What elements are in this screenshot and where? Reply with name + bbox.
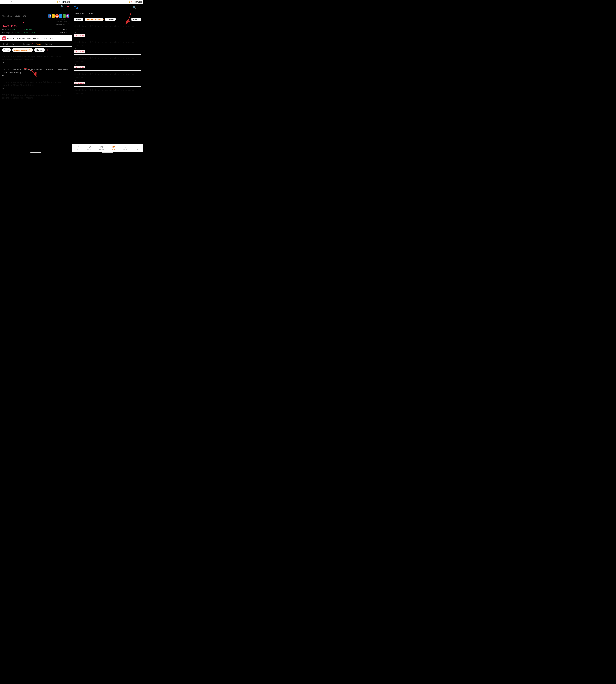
overnight-info-icon[interactable]: ⓘ	[11, 32, 13, 34]
r-news-title-2: Meta Platforms | 4: Statement of changes…	[74, 41, 141, 46]
nav-me[interactable]: ☺ Me	[132, 145, 144, 150]
post-market-row: Post-Mkt 869.700 +11.960 +1.39% 19:59 ET…	[2, 27, 69, 31]
news-title-2: NVIDIA | 4: Statement of changes in bene…	[2, 68, 70, 74]
r-news-item-2[interactable]: Meta Platforms | 4: Statement of changes…	[74, 39, 141, 55]
icon-chart: 📊	[66, 15, 69, 18]
top-tab-latest[interactable]: Latest	[87, 11, 94, 16]
icon-alarm: ⏰	[56, 15, 59, 18]
tab-comments[interactable]: Comments	[20, 41, 34, 46]
news-ticker-banner[interactable]: 📰 Nvidia Shares Rise Premarket After Fri…	[0, 35, 72, 41]
accounts-nav-label: Accounts	[99, 149, 105, 150]
right-status-bar: HD 4G 5G 692 B/s 🔔 ⏰ ✱ 📳 77 11:32	[72, 0, 144, 4]
overnight-price: 870.300	[14, 32, 20, 34]
r-news-badge-1: META -4.42%	[74, 34, 85, 37]
right-header: 🐾 News 🔍 ✉	[72, 4, 144, 11]
news-item-1[interactable]: NVIDIA | 4: Statement of Changes in Bene…	[2, 53, 70, 66]
flag-us: 🇺🇸	[48, 15, 51, 18]
sub-tab-announcements[interactable]: Announcements ▼	[12, 48, 33, 52]
overnight-label: Overnight	[2, 32, 10, 34]
stock-name: NVIDIA	[12, 10, 21, 14]
r-sub-tab-news[interactable]: News	[74, 18, 83, 21]
news-meta-2: 3d	[2, 74, 70, 77]
r-news-badge-3: META -4.42%	[74, 66, 85, 68]
closing-label: Closing Price 03/11 16:00:00 ET	[2, 15, 27, 17]
top-tabs: Headlines Latest Watchlists	[72, 11, 144, 16]
header-icons: 🔍 ❤	[61, 5, 69, 9]
price-left: 857.740 ↓ -17.540 -2.00%	[2, 18, 24, 27]
nav-markets[interactable]: ◕ Markets	[84, 145, 96, 150]
watchlist-nav-label: Watchlist	[75, 149, 81, 150]
nav-accounts[interactable]: ▦ Accounts	[96, 145, 108, 150]
overnight-row: Overnight ⓘ 870.300 +12.560 +1.46% 23:52…	[2, 31, 69, 34]
r-sub-tab-announcements[interactable]: Announcements	[85, 18, 104, 21]
top-tab-headlines[interactable]: Headlines	[74, 11, 84, 16]
r-news-title-5: Meta Platforms | 4: Statement of changes…	[74, 88, 141, 94]
left-status-text: HD 4G 4G 285 K/s	[2, 1, 12, 3]
nav-discover[interactable]: ⌀ Discover	[119, 145, 132, 150]
tab-news-label: News	[36, 43, 41, 45]
right-sub-tabs: News Announcements Ratings Filter ⇅	[72, 16, 144, 23]
tab-chart-label: Chart	[3, 43, 8, 45]
left-panel: HD 4G 4G 285 K/s 🔔 ⏰ ✱ 📳 75 11:53 ‹ 🔍 ❤ …	[0, 0, 72, 154]
right-status-text: HD 4G 5G 692 B/s	[73, 1, 84, 3]
comments-dot	[32, 43, 33, 44]
news-icon-box: 📰	[2, 37, 6, 40]
watchlist-nav-icon: ♡	[76, 145, 79, 148]
r-news-item-4[interactable]: Meta Platforms | 4: Statement of changes…	[74, 70, 141, 87]
bottom-nav: ♡ Watchlist ◕ Markets ▦ Accounts ▦ News …	[72, 144, 144, 152]
r-news-item-3[interactable]: Meta Platforms | 4: Statement of changes…	[74, 55, 141, 70]
volume-row: Volume 67.84M	[56, 23, 69, 25]
overnight-time: 23:52 ET	[60, 32, 67, 34]
overnight-pct: +1.46%	[29, 32, 36, 34]
announcements-dot	[47, 49, 48, 50]
main-tabs: Chart Options Comments News Company	[0, 41, 72, 47]
post-mkt-chevron[interactable]: ⌄	[68, 28, 69, 30]
volume-label: Volume	[56, 23, 62, 25]
r-news-title-1: Meta Platforms | 4: Statement of changes…	[74, 25, 141, 30]
r-news-title-4: Meta Platforms | 4: Statement of changes…	[74, 72, 141, 79]
sub-tab-news[interactable]: News	[2, 48, 11, 52]
top-tab-watchlists[interactable]: Watchlists	[97, 11, 109, 16]
overnight-chevron[interactable]: ⌄	[68, 32, 69, 34]
headlines-label: Headlines	[74, 12, 84, 15]
r-news-item-5[interactable]: Meta Platforms | 4: Statement of changes…	[74, 87, 141, 97]
news-title-3: NVIDIA | 4: Statement of changes in bene…	[2, 81, 70, 87]
right-panel: HD 4G 5G 692 B/s 🔔 ⏰ ✱ 📳 77 11:32 🐾 News…	[72, 0, 144, 154]
me-nav-label: Me	[136, 148, 138, 150]
news-item-3[interactable]: NVIDIA | 4: Statement of changes in bene…	[2, 79, 70, 91]
icon-leaf: 🌿	[63, 15, 66, 18]
tab-options[interactable]: Options	[10, 41, 20, 46]
left-header: ‹ 🔍 ❤	[0, 4, 72, 10]
right-mail-icon[interactable]: ✉	[139, 6, 141, 9]
tab-news[interactable]: News	[34, 41, 43, 46]
expand-chevron[interactable]: ⌄	[68, 19, 69, 20]
r-news-meta-1: 2h	[74, 31, 141, 33]
price-right: High 887.970 ⌄ Low 841.660 Volume 67.84M	[56, 18, 69, 25]
latest-label: Latest	[88, 12, 93, 15]
filter-label: Filter	[133, 18, 137, 20]
r-sub-tab-ratings[interactable]: Ratings	[105, 18, 116, 21]
back-button[interactable]: ‹	[2, 5, 3, 9]
sub-tab-ratings[interactable]: Ratings	[34, 48, 45, 52]
filter-button[interactable]: Filter ⇅	[131, 18, 141, 21]
favorite-icon[interactable]: ❤	[67, 5, 69, 9]
watchlists-label: Watchlists	[97, 12, 108, 15]
tab-company[interactable]: Company	[43, 41, 55, 46]
discover-nav-label: Discover	[123, 149, 128, 150]
nav-news[interactable]: ▦ News	[108, 145, 120, 150]
tab-chart[interactable]: Chart	[1, 41, 10, 46]
right-search-icon[interactable]: 🔍	[133, 6, 136, 9]
stock-price: 857.740 ↓	[2, 18, 24, 24]
search-icon[interactable]: 🔍	[61, 5, 64, 8]
left-status-right: 🔔 ⏰ ✱ 📳 75 11:53	[57, 1, 70, 3]
news-item-2[interactable]: NVIDIA | 4: Statement of changes in bene…	[2, 66, 70, 79]
r-news-item-1[interactable]: Meta Platforms | 4: Statement of changes…	[74, 23, 141, 39]
nav-watchlist[interactable]: ♡ Watchlist	[72, 145, 84, 150]
r-news-meta-2: 2h	[74, 47, 141, 49]
icon-lightning: ⚡	[52, 15, 55, 18]
price-row: 857.740 ↓ -17.540 -2.00% High 887.970 ⌄ …	[2, 18, 69, 27]
tab-comments-label: Comments	[22, 43, 32, 45]
news-item-4[interactable]: NVIDIA | 4: Statement of changes in bene…	[2, 91, 70, 102]
right-news-list: Meta Platforms | 4: Statement of changes…	[72, 23, 144, 144]
tab-company-label: Company	[45, 43, 53, 45]
